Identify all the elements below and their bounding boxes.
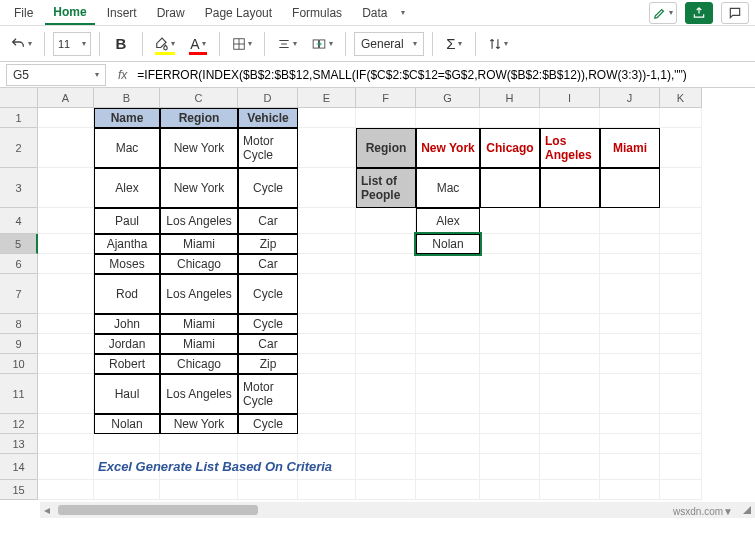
- cell-D6[interactable]: Car: [238, 254, 298, 274]
- comments-button[interactable]: [721, 2, 749, 24]
- cell-C8[interactable]: Miami: [160, 314, 238, 334]
- row-header-11[interactable]: 11: [0, 374, 38, 414]
- cell-C4[interactable]: Los Angeles: [160, 208, 238, 234]
- row-header-8[interactable]: 8: [0, 314, 38, 334]
- tab-draw[interactable]: Draw: [149, 2, 193, 24]
- cell-D4[interactable]: Car: [238, 208, 298, 234]
- fx-icon[interactable]: fx: [112, 68, 133, 82]
- col-header-E[interactable]: E: [298, 88, 356, 108]
- cell-D12[interactable]: Cycle: [238, 414, 298, 434]
- tab-formulas[interactable]: Formulas: [284, 2, 350, 24]
- tab-data[interactable]: Data: [354, 2, 395, 24]
- cell-B9[interactable]: Jordan: [94, 334, 160, 354]
- cell-F3[interactable]: List of People: [356, 168, 416, 208]
- cell-D10[interactable]: Zip: [238, 354, 298, 374]
- row-header-15[interactable]: 15: [0, 480, 38, 500]
- row-header-10[interactable]: 10: [0, 354, 38, 374]
- cell-C5[interactable]: Miami: [160, 234, 238, 254]
- col-header-D[interactable]: D: [238, 88, 298, 108]
- name-box[interactable]: G5▾: [6, 64, 106, 86]
- share-button[interactable]: [685, 2, 713, 24]
- cell-D3[interactable]: Cycle: [238, 168, 298, 208]
- cell-I3[interactable]: [540, 168, 600, 208]
- cell-C10[interactable]: Chicago: [160, 354, 238, 374]
- cell-B1[interactable]: Name: [94, 108, 160, 128]
- cell-G2[interactable]: New York: [416, 128, 480, 168]
- cell-C3[interactable]: New York: [160, 168, 238, 208]
- row-header-4[interactable]: 4: [0, 208, 38, 234]
- cell-B8[interactable]: John: [94, 314, 160, 334]
- cell-C2[interactable]: New York: [160, 128, 238, 168]
- tab-file[interactable]: File: [6, 2, 41, 24]
- cell-C6[interactable]: Chicago: [160, 254, 238, 274]
- cell-D7[interactable]: Cycle: [238, 274, 298, 314]
- cell-G3[interactable]: Mac: [416, 168, 480, 208]
- cell-F2[interactable]: Region: [356, 128, 416, 168]
- cell-G4[interactable]: Alex: [416, 208, 480, 234]
- cell-B5[interactable]: Ajantha: [94, 234, 160, 254]
- row-header-1[interactable]: 1: [0, 108, 38, 128]
- draw-mode-button[interactable]: ▾: [649, 2, 677, 24]
- cell-B12[interactable]: Nolan: [94, 414, 160, 434]
- tab-page-layout[interactable]: Page Layout: [197, 2, 280, 24]
- font-size-input[interactable]: 11▾: [53, 32, 91, 56]
- undo-button[interactable]: ▾: [6, 31, 36, 57]
- row-header-6[interactable]: 6: [0, 254, 38, 274]
- col-header-I[interactable]: I: [540, 88, 600, 108]
- col-header-H[interactable]: H: [480, 88, 540, 108]
- cell-B6[interactable]: Moses: [94, 254, 160, 274]
- bold-button[interactable]: B: [108, 31, 134, 57]
- col-header-K[interactable]: K: [660, 88, 702, 108]
- formula-input[interactable]: [133, 64, 755, 86]
- cell-B10[interactable]: Robert: [94, 354, 160, 374]
- autosum-button[interactable]: Σ▾: [441, 31, 467, 57]
- fill-color-button[interactable]: ▾: [151, 31, 179, 57]
- cell-B2[interactable]: Mac: [94, 128, 160, 168]
- cell-I2[interactable]: Los Angeles: [540, 128, 600, 168]
- cell-J3[interactable]: [600, 168, 660, 208]
- cell-B14[interactable]: Excel Generate List Based On Criteria: [94, 454, 356, 480]
- sort-filter-button[interactable]: ▾: [484, 31, 512, 57]
- col-header-B[interactable]: B: [94, 88, 160, 108]
- cell-D8[interactable]: Cycle: [238, 314, 298, 334]
- cell-D9[interactable]: Car: [238, 334, 298, 354]
- row-header-12[interactable]: 12: [0, 414, 38, 434]
- cell-B11[interactable]: Haul: [94, 374, 160, 414]
- cell-D5[interactable]: Zip: [238, 234, 298, 254]
- horizontal-scrollbar[interactable]: ◂: [40, 502, 755, 518]
- row-header-14[interactable]: 14: [0, 454, 38, 480]
- cell-C11[interactable]: Los Angeles: [160, 374, 238, 414]
- cell-D2[interactable]: Motor Cycle: [238, 128, 298, 168]
- row-header-5[interactable]: 5: [0, 234, 38, 254]
- col-header-G[interactable]: G: [416, 88, 480, 108]
- cell-D11[interactable]: Motor Cycle: [238, 374, 298, 414]
- cell-G5[interactable]: Nolan: [416, 234, 480, 254]
- cell-grid[interactable]: NameRegionVehicleMacNew YorkMotor CycleA…: [38, 108, 702, 500]
- row-header-13[interactable]: 13: [0, 434, 38, 454]
- cell-H3[interactable]: [480, 168, 540, 208]
- col-header-J[interactable]: J: [600, 88, 660, 108]
- tab-insert[interactable]: Insert: [99, 2, 145, 24]
- col-header-F[interactable]: F: [356, 88, 416, 108]
- cell-C9[interactable]: Miami: [160, 334, 238, 354]
- align-center-button[interactable]: ▾: [273, 31, 301, 57]
- font-color-button[interactable]: A▾: [185, 31, 211, 57]
- borders-button[interactable]: ▾: [228, 31, 256, 57]
- cell-B4[interactable]: Paul: [94, 208, 160, 234]
- row-header-3[interactable]: 3: [0, 168, 38, 208]
- cell-C7[interactable]: Los Angeles: [160, 274, 238, 314]
- select-all-corner[interactable]: [0, 88, 38, 108]
- tab-home[interactable]: Home: [45, 1, 94, 25]
- col-header-A[interactable]: A: [38, 88, 94, 108]
- merge-button[interactable]: ▾: [307, 31, 337, 57]
- row-header-9[interactable]: 9: [0, 334, 38, 354]
- tab-overflow-icon[interactable]: ▾: [401, 8, 405, 17]
- cell-C1[interactable]: Region: [160, 108, 238, 128]
- cell-B7[interactable]: Rod: [94, 274, 160, 314]
- cell-J2[interactable]: Miami: [600, 128, 660, 168]
- cell-B3[interactable]: Alex: [94, 168, 160, 208]
- row-header-7[interactable]: 7: [0, 274, 38, 314]
- number-format-select[interactable]: General▾: [354, 32, 424, 56]
- row-header-2[interactable]: 2: [0, 128, 38, 168]
- cell-H2[interactable]: Chicago: [480, 128, 540, 168]
